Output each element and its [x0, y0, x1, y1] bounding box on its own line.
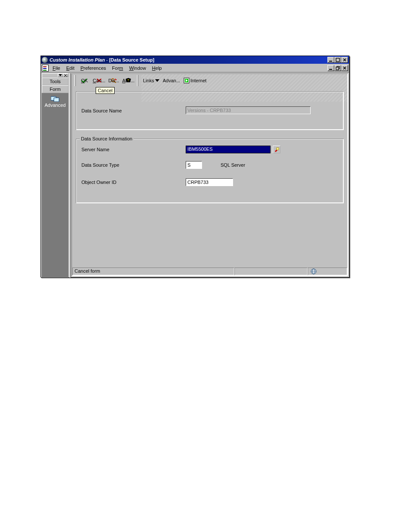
toolbar-buttons: OK Can... Dis...	[77, 75, 136, 86]
sidebar-tab-form[interactable]: Form	[42, 85, 68, 93]
group-caption: Data Source Information	[80, 136, 134, 141]
menu-file[interactable]: File	[50, 65, 63, 72]
globe-icon	[311, 268, 317, 274]
svg-rect-6	[336, 67, 339, 70]
mdi-system-menu-icon[interactable]	[42, 65, 49, 72]
application-window: Custom Installation Plan - [Data Source …	[40, 56, 349, 277]
desc-data-source-type: SQL Server	[221, 162, 245, 168]
sidebar-header	[42, 73, 68, 78]
advan-link[interactable]: Advan...	[162, 76, 181, 85]
maximize-button[interactable]	[334, 57, 341, 63]
links-label: Links	[143, 78, 154, 83]
sidebar: Tools Form Advanced	[42, 73, 68, 277]
sidebar-dropdown-button[interactable]	[58, 74, 63, 77]
flashlight-icon	[274, 147, 279, 152]
sidebar-tab-tools-label: Tools	[50, 79, 61, 84]
toolbar-links: Links Advan... Internet	[142, 75, 207, 86]
toolbar-grip-2[interactable]	[137, 75, 138, 86]
about-button[interactable]: ? Abo...	[121, 75, 136, 86]
input-object-owner-id[interactable]	[186, 178, 233, 186]
minimize-button[interactable]	[327, 57, 334, 63]
label-data-source-type: Data Source Type	[81, 162, 119, 168]
menu-help[interactable]: Help	[149, 65, 165, 72]
mdi-close-button[interactable]	[341, 65, 348, 71]
label-data-source-name: Data Source Name	[81, 108, 122, 113]
status-text-cell: Cancel form	[72, 268, 234, 275]
sidebar-close-button[interactable]	[63, 74, 68, 77]
internet-label: Internet	[190, 78, 206, 83]
group-data-source-information: Data Source Information Server Name IBM5…	[76, 139, 344, 203]
svg-rect-4	[329, 69, 332, 70]
advan-label: Advan...	[163, 78, 180, 83]
app-name: Custom Installation Plan	[50, 57, 105, 62]
window-caption-buttons	[327, 57, 348, 63]
status-mid-cell	[234, 268, 308, 275]
status-bar: Cancel form	[72, 268, 347, 275]
form-body: Data Source Name Data Source Information…	[76, 91, 344, 266]
advanced-label[interactable]: Advanced	[42, 103, 68, 108]
content-area: OK Can... Dis...	[72, 73, 348, 276]
ok-button[interactable]: OK	[77, 75, 92, 86]
input-server-name[interactable]: IBM5500ES	[186, 146, 271, 153]
sidebar-tab-tools[interactable]: Tools	[42, 78, 68, 85]
toolbar-grip[interactable]	[75, 75, 76, 86]
input-data-source-name	[186, 106, 311, 114]
tooltip-text: Cancel	[98, 88, 112, 93]
value-server-name: IBM5500ES	[187, 146, 213, 152]
input-data-source-type[interactable]	[186, 161, 202, 169]
menu-preferences[interactable]: Preferences	[78, 65, 109, 72]
mdi-caption-buttons	[327, 65, 348, 71]
menu-window[interactable]: Window	[126, 65, 149, 72]
status-text: Cancel form	[75, 268, 100, 274]
internet-icon	[184, 78, 190, 84]
svg-rect-25	[277, 148, 279, 150]
sidebar-splitter[interactable]	[69, 73, 71, 277]
server-lookup-button[interactable]	[273, 146, 280, 153]
mdi-minimize-button[interactable]	[327, 65, 334, 71]
dropdown-arrow-icon	[155, 79, 159, 82]
close-button[interactable]	[341, 57, 348, 63]
title-bar: Custom Installation Plan - [Data Source …	[41, 56, 349, 64]
group-unnamed: Data Source Name	[76, 91, 344, 130]
svg-marker-9	[59, 74, 62, 76]
sidebar-tab-form-label: Form	[50, 87, 61, 92]
svg-marker-20	[155, 79, 159, 82]
mdi-restore-button[interactable]	[334, 65, 341, 71]
sidebar-panel-form: Advanced	[42, 93, 68, 108]
label-object-owner-id: Object Owner ID	[81, 180, 116, 185]
advanced-icon[interactable]	[51, 96, 59, 102]
menu-edit[interactable]: Edit	[63, 65, 78, 72]
app-icon	[42, 57, 48, 63]
menu-bar: File Edit Preferences Form Window Help	[41, 64, 349, 72]
svg-rect-13	[54, 98, 59, 102]
status-icon-cell	[308, 268, 347, 275]
toolbar: OK Can... Dis...	[72, 74, 347, 87]
links-dropdown[interactable]: Links	[142, 76, 160, 85]
display-button[interactable]: Dis...	[106, 75, 121, 86]
label-server-name: Server Name	[81, 147, 109, 152]
mdi-client-area: Tools Form Advanced	[41, 72, 349, 277]
cancel-button[interactable]: Can...	[92, 75, 106, 86]
svg-rect-0	[329, 61, 332, 62]
svg-rect-1	[336, 58, 339, 62]
menu-form[interactable]: Form	[109, 65, 126, 72]
internet-link[interactable]: Internet	[183, 76, 207, 85]
cancel-tooltip: Cancel	[96, 87, 115, 94]
doc-title: [Data Source Setup]	[109, 57, 154, 62]
title-text: Custom Installation Plan - [Data Source …	[50, 57, 154, 62]
